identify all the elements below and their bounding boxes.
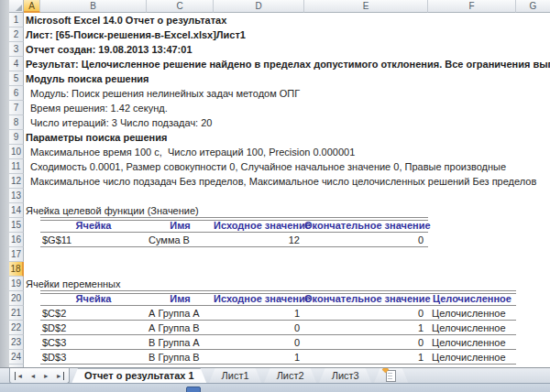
row-header-13[interactable]: 13 bbox=[9, 189, 24, 203]
objective-section-title[interactable]: Ячейка целевой функции (Значение) bbox=[26, 203, 199, 218]
tab-sheet3[interactable]: Лист3 bbox=[319, 368, 372, 384]
column-header-A[interactable]: A bbox=[24, 0, 40, 13]
cell-text-row-9[interactable]: Параметры поиска решения bbox=[26, 130, 167, 145]
column-header-F[interactable]: F bbox=[428, 0, 516, 13]
row-header-23[interactable]: 23 bbox=[9, 335, 24, 350]
row-header-16[interactable]: 16 bbox=[9, 233, 24, 247]
row-header-1[interactable]: 1 bbox=[9, 13, 24, 27]
objective-header-final[interactable]: Окончательное значение bbox=[304, 218, 428, 233]
objective-header-cell[interactable]: Ячейка bbox=[40, 218, 147, 233]
variable-cell-name[interactable]: В Группа А bbox=[148, 335, 212, 350]
first-sheet-button[interactable]: ◄ bbox=[15, 372, 24, 380]
tab-report-results[interactable]: Отчет о результатах 1 bbox=[72, 368, 207, 384]
row-header-19[interactable]: 19 bbox=[9, 277, 24, 291]
variable-cell-name[interactable]: В Группа В bbox=[148, 350, 212, 365]
insert-worksheet-tab[interactable] bbox=[374, 368, 409, 384]
variables-section-title[interactable]: Ячейки переменных bbox=[26, 277, 121, 291]
cell-text-row-1[interactable]: Microsoft Excel 14.0 Отчет о результатах bbox=[26, 13, 226, 27]
variable-cell-initial[interactable]: 0 bbox=[214, 321, 300, 335]
status-strip bbox=[0, 383, 550, 392]
select-all-corner[interactable] bbox=[9, 0, 24, 13]
variables-header-initial[interactable]: Исходное значение bbox=[214, 291, 304, 306]
column-header-G[interactable]: G bbox=[516, 0, 550, 13]
last-sheet-button[interactable]: ► bbox=[55, 372, 64, 380]
row-header-6[interactable]: 6 bbox=[9, 86, 24, 101]
insert-worksheet-icon bbox=[386, 370, 396, 382]
variables-header-name[interactable]: Имя bbox=[147, 291, 214, 306]
row-header-12[interactable]: 12 bbox=[9, 174, 24, 189]
variable-cell-final[interactable]: 0 bbox=[304, 306, 424, 321]
prev-sheet-button[interactable]: ◄ bbox=[28, 372, 37, 380]
tab-sheet2[interactable]: Лист2 bbox=[264, 368, 317, 384]
variable-cell-ref[interactable]: $C$3 bbox=[42, 335, 145, 350]
variable-cell-type[interactable]: Целочисленное bbox=[432, 306, 516, 321]
excel-window: ABCDEFG 12345678910111213141516171819202… bbox=[0, 0, 550, 392]
cell-text-row-8[interactable]: Число итераций: 3 Число подзадач: 20 bbox=[30, 115, 212, 130]
row-header-5[interactable]: 5 bbox=[9, 71, 24, 86]
row-header-10[interactable]: 10 bbox=[9, 145, 24, 159]
cell-text-row-2[interactable]: Лист: [65-Поиск-решения-в-Excel.xlsx]Лис… bbox=[26, 27, 246, 42]
variable-cell-ref[interactable]: $C$2 bbox=[42, 306, 145, 321]
row-header-22[interactable]: 22 bbox=[9, 321, 24, 335]
cell-text-row-3[interactable]: Отчет создан: 19.08.2013 13:47:01 bbox=[26, 42, 192, 57]
cell-text-row-7[interactable]: Время решения: 1.42 секунд. bbox=[30, 101, 168, 115]
variable-cell-type[interactable]: Целочисленное bbox=[432, 335, 516, 350]
objective-cell-ref[interactable]: $G$11 bbox=[42, 233, 145, 247]
column-header-D[interactable]: D bbox=[214, 0, 304, 13]
row-header-9[interactable]: 9 bbox=[9, 130, 24, 145]
variable-cell-ref[interactable]: $D$2 bbox=[42, 321, 145, 335]
column-header-C[interactable]: C bbox=[147, 0, 214, 13]
cell-text-row-11[interactable]: Сходимость 0.0001, Размер совокупности 0… bbox=[30, 159, 506, 174]
next-sheet-button[interactable]: ► bbox=[42, 372, 50, 380]
tab-sheet1[interactable]: Лист1 bbox=[209, 368, 262, 384]
sheet-nav-panel: ◄ ◄ ► ► bbox=[9, 368, 70, 384]
row-header-21[interactable]: 21 bbox=[9, 306, 24, 321]
cell-text-row-12[interactable]: Максимальное число подзадач Без пределов… bbox=[30, 174, 536, 189]
objective-header-initial[interactable]: Исходное значение bbox=[214, 218, 304, 233]
objective-header-name[interactable]: Имя bbox=[147, 218, 214, 233]
sheet-tab-bar: ◄ ◄ ► ► Отчет о результатах 1 Лист1 Лист… bbox=[0, 367, 550, 384]
row-header-18[interactable]: 18 bbox=[9, 262, 24, 277]
row-header-14[interactable]: 14 bbox=[9, 203, 24, 218]
row-header-17[interactable]: 17 bbox=[9, 247, 24, 262]
row-header-3[interactable]: 3 bbox=[9, 42, 24, 57]
cell-text-row-4[interactable]: Результат: Целочисленное решение найдено… bbox=[26, 57, 550, 71]
cell-text-row-6[interactable]: Модуль: Поиск решения нелинейных задач м… bbox=[30, 86, 300, 101]
variable-cell-ref[interactable]: $D$3 bbox=[42, 350, 145, 365]
variable-cell-type[interactable]: Целочисленное bbox=[432, 321, 516, 335]
row-header-11[interactable]: 11 bbox=[9, 159, 24, 174]
row-header-8[interactable]: 8 bbox=[9, 115, 24, 130]
row-header-20[interactable]: 20 bbox=[9, 291, 24, 306]
objective-cell-name[interactable]: Сумма В bbox=[148, 233, 212, 247]
cell-text-row-10[interactable]: Максимальное время 100 с, Число итераций… bbox=[30, 145, 355, 159]
row-header-2[interactable]: 2 bbox=[9, 27, 24, 42]
variable-cell-initial[interactable]: 1 bbox=[214, 350, 300, 365]
variable-cell-initial[interactable]: 0 bbox=[214, 335, 300, 350]
objective-cell-initial[interactable]: 12 bbox=[214, 233, 300, 247]
variable-cell-final[interactable]: 0 bbox=[304, 335, 424, 350]
cell-text-row-5[interactable]: Модуль поиска решения bbox=[26, 71, 149, 86]
scrollbar-thumb[interactable] bbox=[186, 387, 201, 392]
variable-cell-final[interactable]: 1 bbox=[304, 350, 424, 365]
row-header-7[interactable]: 7 bbox=[9, 101, 24, 115]
row-header-24[interactable]: 24 bbox=[9, 350, 24, 365]
row-header-15[interactable]: 15 bbox=[9, 218, 24, 233]
column-header-E[interactable]: E bbox=[304, 0, 428, 13]
variable-cell-initial[interactable]: 1 bbox=[214, 306, 300, 321]
variable-cell-name[interactable]: А Группа В bbox=[148, 321, 212, 335]
variables-header-cell[interactable]: Ячейка bbox=[40, 291, 147, 306]
row-header-4[interactable]: 4 bbox=[9, 57, 24, 71]
variables-header-integer[interactable]: Целочисленное bbox=[428, 291, 516, 306]
variable-cell-name[interactable]: А Группа А bbox=[148, 306, 212, 321]
objective-cell-final[interactable]: 0 bbox=[304, 233, 424, 247]
column-header-B[interactable]: B bbox=[40, 0, 147, 13]
variable-cell-final[interactable]: 1 bbox=[304, 321, 424, 335]
variable-cell-type[interactable]: Целочисленное bbox=[432, 350, 516, 365]
variables-header-final[interactable]: Окончательное значение bbox=[304, 291, 428, 306]
